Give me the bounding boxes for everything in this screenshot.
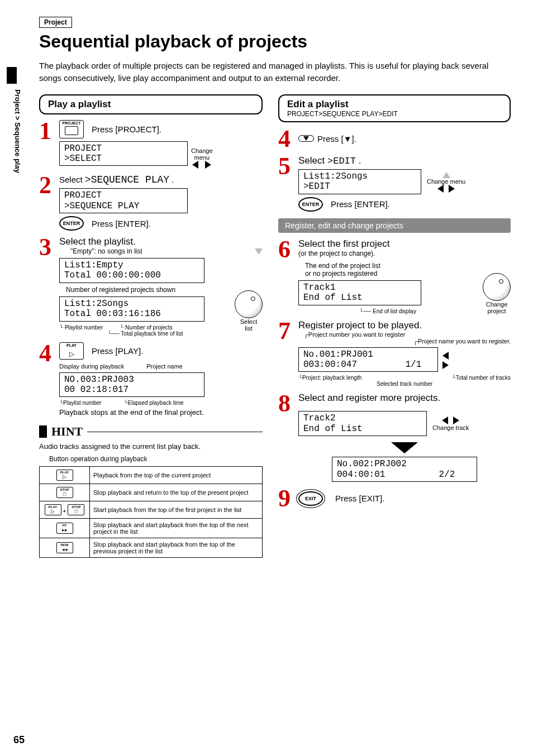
step-2-number: 2 — [39, 174, 59, 231]
annot-proj-num: Project number you want to register — [308, 331, 406, 338]
table-row: STOP□ Stop playback and return to the to… — [40, 484, 263, 501]
left-arrow-icon[interactable] — [437, 185, 444, 193]
step-8-lcd2: No.002:PRJ002 004:00:01 2/2 — [332, 457, 477, 482]
change-menu-label-2: Change menu — [427, 171, 465, 193]
row-desc: Stop playback and start playback from th… — [90, 538, 263, 558]
side-tab-label: Project > Sequence play — [13, 89, 22, 173]
step-5-prefix: Select — [298, 155, 327, 166]
exit-button[interactable]: EXIT — [298, 491, 323, 506]
annot-total-time: Total playback time of list — [121, 331, 183, 337]
up-arrow-icon[interactable] — [442, 172, 450, 178]
step-3-lcd1: List1:Empty Total 00:00:00:000 — [59, 258, 204, 283]
down-nav-button[interactable] — [298, 135, 314, 142]
step-r4-text: Press [▼]. — [317, 134, 356, 143]
step-8-number: 8 — [278, 393, 298, 482]
change-project-label: Change project — [483, 301, 511, 314]
annot-total-tracks: Total number of tracks — [456, 375, 511, 381]
row-desc: Stop playback and start playback from th… — [90, 519, 263, 538]
edit-header-title: Edit a playlist — [287, 99, 349, 109]
intro-text: The playback order of multiple projects … — [39, 60, 511, 84]
play-mini-button-2[interactable]: PLAY▷ — [45, 504, 61, 515]
select-list-label: Select list — [235, 318, 263, 332]
down-arrow-icon — [303, 136, 309, 141]
step-2-suffix: . — [172, 175, 174, 184]
step-1-number: 1 — [39, 120, 59, 169]
side-tab-bar — [7, 67, 17, 84]
dial-control-2[interactable] — [483, 273, 511, 301]
step-6-heading: Select the first project — [298, 238, 511, 250]
annot-playlist-num-2: Playlist number — [63, 400, 101, 406]
step-4-number: 4 — [39, 342, 59, 417]
hint-header: HINT — [39, 424, 263, 439]
step-6-lcd: Track1 End of List — [298, 280, 421, 305]
step-2-prefix: Select — [59, 175, 85, 184]
step-5-inline: >EDIT — [327, 156, 356, 166]
play-button-label: PLAY — [60, 343, 83, 347]
table-row: PLAY▷ Playback from the top of the curre… — [40, 467, 263, 484]
row-desc: Stop playback and return to the top of t… — [90, 484, 263, 501]
table-row: REW◂◂ Stop playback and start playback f… — [40, 538, 263, 558]
button-operation-table: PLAY▷ Playback from the top of the curre… — [39, 466, 263, 558]
row-desc: Start playback from the top of the first… — [90, 501, 263, 519]
empty-note: "Empty": no songs in list — [70, 247, 142, 255]
annot-selected-track: Selected track number — [298, 381, 511, 387]
annot-num-projects: Number of projects — [125, 324, 172, 331]
change-track-label: Change track — [432, 417, 469, 431]
project-name-label: Project name — [146, 363, 183, 370]
step-3-lcd2: List1:2Songs Total 00:03:16:186 — [59, 296, 204, 322]
hint-label: HINT — [51, 424, 83, 439]
step-5-number: 5 — [278, 155, 298, 212]
right-arrow-icon[interactable] — [449, 185, 455, 193]
step-2-enter-text: Press [ENTER]. — [92, 219, 151, 228]
step-r4-number: 4 — [278, 128, 298, 150]
end-of-list-annot: End of list display — [373, 308, 416, 314]
right-arrow-icon[interactable] — [453, 417, 459, 424]
project-tag: Project — [39, 17, 72, 28]
enter-button-2[interactable]: ENTER — [298, 197, 323, 212]
play-playlist-header: Play a playlist — [39, 94, 263, 114]
change-menu-label: Change menu — [191, 147, 213, 169]
step-5-lcd: List1:2Songs >EDIT — [298, 169, 421, 194]
step-6-sub: (or the project to change). — [298, 250, 511, 257]
step-2-lcd: PROJECT >SEQUENCE PLAY — [59, 188, 188, 213]
dark-bar: Register, edit and change projects — [278, 218, 511, 233]
step-9-text: Press [EXIT]. — [335, 494, 384, 503]
down-arrow-icon[interactable] — [255, 248, 263, 255]
project-button[interactable]: PROJECT — [59, 120, 84, 138]
step-6-note: The end of the project list or no projec… — [305, 262, 477, 277]
step-9-number: 9 — [278, 487, 298, 510]
rew-mini-button[interactable]: REW◂◂ — [56, 542, 73, 553]
step-8-heading: Select and register more projects. — [298, 393, 511, 404]
project-button-label: PROJECT — [60, 121, 83, 125]
left-arrow-icon[interactable] — [442, 352, 449, 360]
step-1-text: Press [PROJECT]. — [92, 125, 161, 134]
step-3-number: 3 — [39, 236, 59, 337]
step-6-number: 6 — [278, 238, 298, 314]
enter-button[interactable]: ENTER — [59, 216, 84, 231]
right-arrow-icon[interactable] — [442, 361, 449, 369]
dial-control[interactable] — [235, 290, 263, 318]
annot-proj-name: Project name you want to register. — [418, 338, 511, 344]
hint-table-caption: Button operation during playback — [49, 455, 263, 463]
step-4-lcd: NO.003:PRJ003 00 02:18:017 — [59, 372, 204, 398]
left-arrow-icon[interactable] — [192, 161, 198, 169]
stop-mini-button-2[interactable]: STOP□ — [68, 504, 84, 515]
step-7-lcd: No.001:PRJ001 003:00:047 1/1 — [298, 347, 438, 372]
row-desc: Playback from the top of the current pro… — [90, 467, 263, 484]
right-arrow-icon[interactable] — [205, 161, 211, 169]
display-label: Display during playback — [59, 363, 124, 370]
annot-playback-len: Project: playback length — [302, 375, 361, 381]
step-3-heading: Select the playlist. — [59, 236, 263, 247]
step-1-lcd: PROJECT >SELECT — [59, 141, 188, 166]
registered-note: Number of registered projects shown — [66, 286, 231, 294]
stop-mini-button[interactable]: STOP□ — [56, 487, 73, 498]
play-mini-button[interactable]: PLAY▷ — [56, 470, 73, 481]
table-row: PLAY▷ + STOP□ Start playback from the to… — [40, 501, 263, 519]
edit-playlist-header: Edit a playlist PROJECT>SEQUENCE PLAY>ED… — [278, 94, 511, 122]
play-button[interactable]: PLAY ▷ — [59, 342, 84, 360]
left-arrow-icon[interactable] — [442, 417, 448, 424]
hint-text: Audio tracks assigned to the current lis… — [39, 442, 263, 451]
annot-elapsed: Elapsed playback time — [128, 400, 184, 406]
ff-mini-button[interactable]: FF▸▸ — [56, 523, 73, 534]
step-7-heading: Register project to be played. — [298, 320, 511, 331]
